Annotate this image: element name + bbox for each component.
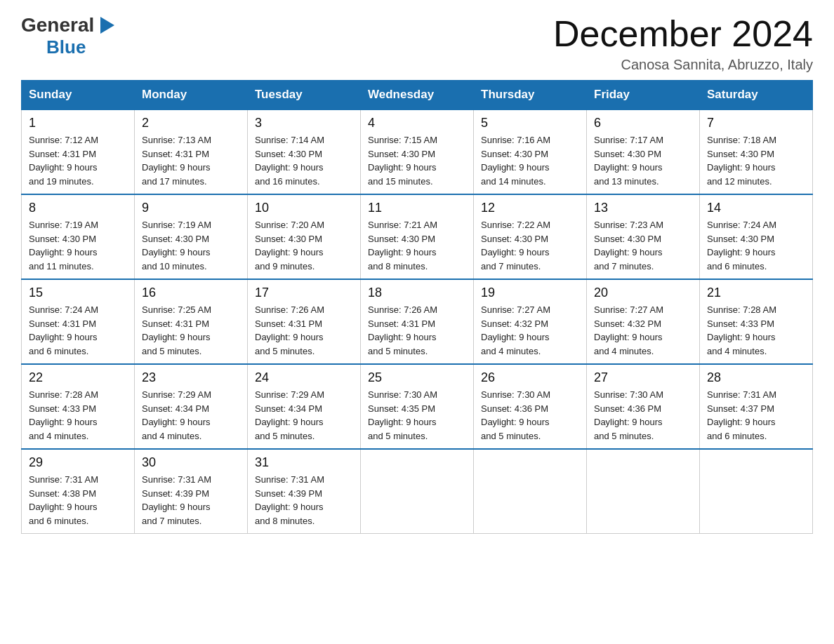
table-cell: 5 Sunrise: 7:16 AM Sunset: 4:30 PM Dayli… <box>474 109 587 194</box>
day-number: 4 <box>368 116 466 130</box>
day-info: Sunrise: 7:20 AM Sunset: 4:30 PM Dayligh… <box>255 218 353 273</box>
day-number: 24 <box>255 370 353 385</box>
table-cell: 28 Sunrise: 7:31 AM Sunset: 4:37 PM Dayl… <box>700 364 813 449</box>
table-cell <box>361 449 474 534</box>
table-cell: 2 Sunrise: 7:13 AM Sunset: 4:31 PM Dayli… <box>135 109 248 194</box>
table-cell: 30 Sunrise: 7:31 AM Sunset: 4:39 PM Dayl… <box>135 449 248 534</box>
day-number: 2 <box>142 116 240 130</box>
table-cell: 14 Sunrise: 7:24 AM Sunset: 4:30 PM Dayl… <box>700 194 813 279</box>
table-cell: 4 Sunrise: 7:15 AM Sunset: 4:30 PM Dayli… <box>361 109 474 194</box>
day-info: Sunrise: 7:28 AM Sunset: 4:33 PM Dayligh… <box>707 303 805 358</box>
day-number: 12 <box>481 201 579 215</box>
day-info: Sunrise: 7:31 AM Sunset: 4:38 PM Dayligh… <box>29 473 127 528</box>
day-number: 13 <box>594 201 692 215</box>
table-cell: 19 Sunrise: 7:27 AM Sunset: 4:32 PM Dayl… <box>474 279 587 364</box>
table-cell: 6 Sunrise: 7:17 AM Sunset: 4:30 PM Dayli… <box>587 109 700 194</box>
week-row-2: 8 Sunrise: 7:19 AM Sunset: 4:30 PM Dayli… <box>22 194 813 279</box>
table-cell: 17 Sunrise: 7:26 AM Sunset: 4:31 PM Dayl… <box>248 279 361 364</box>
table-cell: 22 Sunrise: 7:28 AM Sunset: 4:33 PM Dayl… <box>22 364 135 449</box>
table-cell: 24 Sunrise: 7:29 AM Sunset: 4:34 PM Dayl… <box>248 364 361 449</box>
table-cell: 15 Sunrise: 7:24 AM Sunset: 4:31 PM Dayl… <box>22 279 135 364</box>
day-number: 26 <box>481 370 579 385</box>
header-friday: Friday <box>587 81 700 110</box>
table-cell: 8 Sunrise: 7:19 AM Sunset: 4:30 PM Dayli… <box>22 194 135 279</box>
day-number: 8 <box>29 201 127 215</box>
day-info: Sunrise: 7:29 AM Sunset: 4:34 PM Dayligh… <box>142 388 240 443</box>
day-number: 29 <box>29 455 127 470</box>
table-cell: 27 Sunrise: 7:30 AM Sunset: 4:36 PM Dayl… <box>587 364 700 449</box>
day-number: 31 <box>255 455 353 470</box>
day-number: 10 <box>255 201 353 215</box>
header-tuesday: Tuesday <box>248 81 361 110</box>
week-row-5: 29 Sunrise: 7:31 AM Sunset: 4:38 PM Dayl… <box>22 449 813 534</box>
day-info: Sunrise: 7:25 AM Sunset: 4:31 PM Dayligh… <box>142 303 240 358</box>
day-number: 9 <box>142 201 240 215</box>
day-info: Sunrise: 7:22 AM Sunset: 4:30 PM Dayligh… <box>481 218 579 273</box>
day-info: Sunrise: 7:31 AM Sunset: 4:37 PM Dayligh… <box>707 388 805 443</box>
day-number: 23 <box>142 370 240 385</box>
day-info: Sunrise: 7:26 AM Sunset: 4:31 PM Dayligh… <box>255 303 353 358</box>
day-info: Sunrise: 7:23 AM Sunset: 4:30 PM Dayligh… <box>594 218 692 273</box>
table-cell: 25 Sunrise: 7:30 AM Sunset: 4:35 PM Dayl… <box>361 364 474 449</box>
day-info: Sunrise: 7:17 AM Sunset: 4:30 PM Dayligh… <box>594 133 692 188</box>
week-row-1: 1 Sunrise: 7:12 AM Sunset: 4:31 PM Dayli… <box>22 109 813 194</box>
day-number: 15 <box>29 286 127 300</box>
day-info: Sunrise: 7:30 AM Sunset: 4:36 PM Dayligh… <box>594 388 692 443</box>
location-title: Canosa Sannita, Abruzzo, Italy <box>553 57 813 73</box>
day-number: 16 <box>142 286 240 300</box>
day-number: 27 <box>594 370 692 385</box>
day-number: 17 <box>255 286 353 300</box>
day-number: 1 <box>29 116 127 130</box>
day-info: Sunrise: 7:14 AM Sunset: 4:30 PM Dayligh… <box>255 133 353 188</box>
table-cell <box>474 449 587 534</box>
logo-blue-text: Blue <box>46 36 118 58</box>
day-info: Sunrise: 7:13 AM Sunset: 4:31 PM Dayligh… <box>142 133 240 188</box>
day-number: 14 <box>707 201 805 215</box>
day-info: Sunrise: 7:26 AM Sunset: 4:31 PM Dayligh… <box>368 303 466 358</box>
month-title: December 2024 <box>553 14 813 54</box>
day-info: Sunrise: 7:12 AM Sunset: 4:31 PM Dayligh… <box>29 133 127 188</box>
header-thursday: Thursday <box>474 81 587 110</box>
day-number: 5 <box>481 116 579 130</box>
day-info: Sunrise: 7:19 AM Sunset: 4:30 PM Dayligh… <box>29 218 127 273</box>
day-info: Sunrise: 7:27 AM Sunset: 4:32 PM Dayligh… <box>594 303 692 358</box>
table-cell <box>700 449 813 534</box>
day-info: Sunrise: 7:16 AM Sunset: 4:30 PM Dayligh… <box>481 133 579 188</box>
table-cell: 23 Sunrise: 7:29 AM Sunset: 4:34 PM Dayl… <box>135 364 248 449</box>
day-info: Sunrise: 7:29 AM Sunset: 4:34 PM Dayligh… <box>255 388 353 443</box>
table-cell: 20 Sunrise: 7:27 AM Sunset: 4:32 PM Dayl… <box>587 279 700 364</box>
day-info: Sunrise: 7:24 AM Sunset: 4:31 PM Dayligh… <box>29 303 127 358</box>
table-cell: 21 Sunrise: 7:28 AM Sunset: 4:33 PM Dayl… <box>700 279 813 364</box>
day-number: 30 <box>142 455 240 470</box>
table-cell: 7 Sunrise: 7:18 AM Sunset: 4:30 PM Dayli… <box>700 109 813 194</box>
day-info: Sunrise: 7:30 AM Sunset: 4:35 PM Dayligh… <box>368 388 466 443</box>
table-cell: 29 Sunrise: 7:31 AM Sunset: 4:38 PM Dayl… <box>22 449 135 534</box>
day-number: 20 <box>594 286 692 300</box>
svg-marker-0 <box>100 17 114 34</box>
weekday-header-row: Sunday Monday Tuesday Wednesday Thursday… <box>22 81 813 110</box>
calendar-table: Sunday Monday Tuesday Wednesday Thursday… <box>21 80 813 534</box>
week-row-3: 15 Sunrise: 7:24 AM Sunset: 4:31 PM Dayl… <box>22 279 813 364</box>
header-wednesday: Wednesday <box>361 81 474 110</box>
day-info: Sunrise: 7:30 AM Sunset: 4:36 PM Dayligh… <box>481 388 579 443</box>
header-monday: Monday <box>135 81 248 110</box>
day-info: Sunrise: 7:24 AM Sunset: 4:30 PM Dayligh… <box>707 218 805 273</box>
table-cell: 10 Sunrise: 7:20 AM Sunset: 4:30 PM Dayl… <box>248 194 361 279</box>
page-header: General Blue December 2024 Canosa Sannit… <box>21 14 813 73</box>
table-cell: 26 Sunrise: 7:30 AM Sunset: 4:36 PM Dayl… <box>474 364 587 449</box>
table-cell: 16 Sunrise: 7:25 AM Sunset: 4:31 PM Dayl… <box>135 279 248 364</box>
table-cell: 3 Sunrise: 7:14 AM Sunset: 4:30 PM Dayli… <box>248 109 361 194</box>
day-number: 18 <box>368 286 466 300</box>
day-number: 22 <box>29 370 127 385</box>
day-info: Sunrise: 7:31 AM Sunset: 4:39 PM Dayligh… <box>142 473 240 528</box>
day-info: Sunrise: 7:21 AM Sunset: 4:30 PM Dayligh… <box>368 218 466 273</box>
table-cell: 1 Sunrise: 7:12 AM Sunset: 4:31 PM Dayli… <box>22 109 135 194</box>
table-cell: 18 Sunrise: 7:26 AM Sunset: 4:31 PM Dayl… <box>361 279 474 364</box>
day-info: Sunrise: 7:18 AM Sunset: 4:30 PM Dayligh… <box>707 133 805 188</box>
logo-flag-icon <box>95 14 117 36</box>
day-number: 6 <box>594 116 692 130</box>
table-cell <box>587 449 700 534</box>
header-saturday: Saturday <box>700 81 813 110</box>
day-number: 3 <box>255 116 353 130</box>
logo: General Blue <box>21 14 118 58</box>
